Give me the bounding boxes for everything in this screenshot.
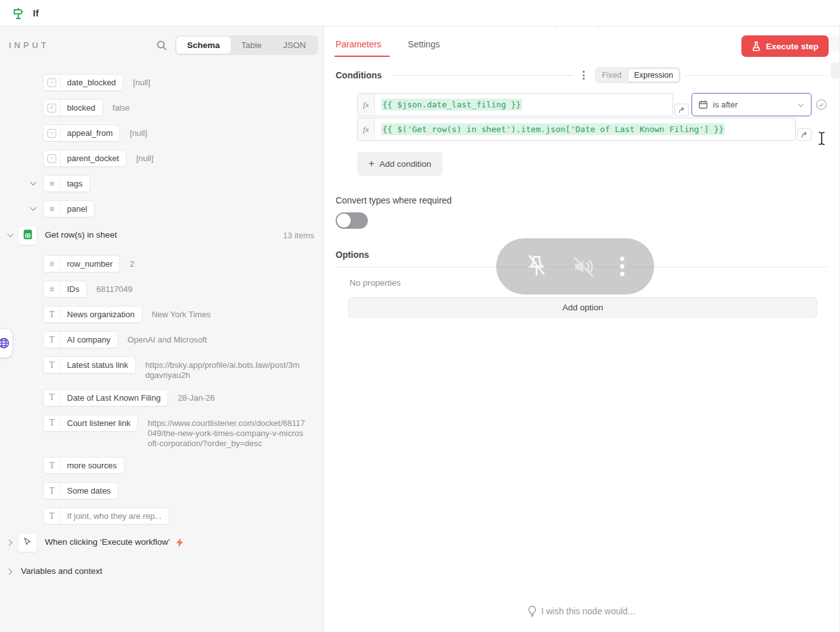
edge-collapsed-button[interactable] [831,62,840,78]
open-expression-editor-icon[interactable] [797,128,812,141]
schema-field-row: TLatest status linkhttps://bsky.app/prof… [43,356,317,381]
field-value: [null] [136,150,153,164]
node-name[interactable]: Get row(s) in sheet [45,226,117,240]
field-pill[interactable]: ✓blocked [43,99,103,116]
field-pill[interactable]: Tmore sources [43,457,125,474]
field-pill[interactable]: #row_number [43,255,120,272]
expression-value2[interactable]: {{ $('Get row(s) in sheet').item.json['D… [381,123,725,135]
tab-settings[interactable]: Settings [408,35,440,57]
field-name: Date of Last Known Filing [61,390,167,406]
parameters-panel: Parameters Settings Execute step Conditi… [324,27,840,632]
null-field-icon: − [47,154,56,163]
chevron-right-icon[interactable] [6,568,15,576]
condition-value1-input[interactable]: fx {{ $json.date_last_filing }} [357,93,673,116]
schema-field-row: TAI companyOpenAI and Microsoft [43,331,317,348]
chevron-down-icon[interactable] [29,205,38,214]
field-name: parent_docket [61,150,126,166]
schema-field-row: ✓blockedfalse [43,99,317,116]
chevron-right-icon[interactable] [6,538,15,547]
node-name[interactable]: When clicking ‘Execute workflow’ [45,533,170,547]
lightning-bolt-icon [176,538,184,547]
field-pill[interactable]: TSome dates [43,482,118,499]
convert-types-toggle[interactable] [336,212,368,229]
schema-group-row: ≡tags [29,175,317,192]
field-name: Latest status link [61,357,135,373]
expression-value1[interactable]: {{ $json.date_last_filing }} [381,99,522,111]
execute-step-button[interactable]: Execute step [741,35,829,57]
pin-off-icon[interactable] [526,254,547,279]
convert-types-label: Convert types where required [336,195,827,205]
input-tab-schema[interactable]: Schema [176,37,231,54]
field-pill[interactable]: TCourt listener link [43,415,138,432]
google-sheets-icon [22,229,33,243]
field-pill[interactable]: −appeal_from [43,125,120,142]
list-icon: ≡ [49,204,54,214]
text-field-icon: T [49,392,55,403]
more-options-icon[interactable] [620,257,624,276]
input-panel: INPUT SchemaTableJSON −date_blocked[null… [0,27,324,632]
n8n-node-detail-view: If INPUT SchemaTableJSON −date_blocked[n… [0,0,840,632]
field-value: 28-Jan-26 [178,389,215,403]
field-value: https://www.courtlistener.com/docket/681… [147,415,305,449]
field-pill[interactable]: TAI company [43,331,118,348]
node-feedback-link[interactable]: I wish this node would... [324,605,839,617]
add-option-button[interactable]: Add option [348,297,817,318]
input-panel-title: INPUT [9,40,49,50]
field-name: AI company [61,332,118,348]
schema-field-row: TSome dates [43,482,317,499]
condition-left-value-row: fx {{ $json.date_last_filing }} is after [357,93,827,116]
group-pill[interactable]: ≡panel [43,200,95,217]
node-title: If [33,8,39,18]
field-pill[interactable]: #IDs [43,281,87,298]
field-name: News organization [61,307,142,322]
field-value: https://bsky.app/profile/ai.bots.law/pos… [145,356,303,381]
text-field-icon: T [49,418,55,428]
text-field-icon: T [49,310,55,320]
mouse-ibeam-cursor [818,131,825,145]
chevron-down-icon [798,102,805,108]
node-icon-pill[interactable] [18,533,37,552]
search-icon[interactable] [151,36,173,55]
schema-field-row: TCourt listener linkhttps://www.courtlis… [43,415,317,449]
mode-expression[interactable]: Expression [628,68,679,82]
source-node-row: Get row(s) in sheet13 items [0,226,317,245]
condition-value2-input[interactable]: fx {{ $('Get row(s) in sheet').item.json… [357,118,796,141]
field-name: IDs [61,281,87,297]
open-expression-editor-icon[interactable] [674,104,689,116]
field-pill[interactable]: TIf joint, who they are rep... [43,507,169,525]
fx-badge: fx [358,94,375,116]
group-pill[interactable]: ≡tags [43,175,90,192]
section-name[interactable]: Variables and context [21,566,102,576]
mute-icon[interactable] [571,254,596,279]
chevron-down-icon[interactable] [29,179,38,188]
input-tab-table[interactable]: Table [231,37,272,54]
operator-dropdown[interactable]: is after [691,93,812,116]
node-icon-pill[interactable] [18,226,37,245]
add-condition-button[interactable]: + Add condition [357,152,442,176]
field-pill[interactable]: TNews organization [43,306,142,323]
node-item-count: 13 items [283,226,314,240]
chevron-down-icon[interactable] [6,231,15,240]
field-pill[interactable]: TDate of Last Known Filing [43,389,168,406]
calendar-icon [698,100,708,109]
field-pill[interactable]: −parent_docket [43,150,126,167]
recording-overlay-pill [496,238,654,295]
input-tab-json[interactable]: JSON [272,37,317,54]
globe-floating-button[interactable] [0,329,13,358]
field-value: [null] [130,125,147,138]
field-pill[interactable]: −date_blocked [43,74,123,91]
field-value: 68117049 [97,281,133,295]
group-name: tags [61,176,90,191]
field-name: row_number [61,256,119,272]
schema-field-row: −date_blocked[null] [43,74,317,91]
text-field-icon: T [49,486,55,496]
schema-field-row: TNews organizationNew York Times [43,306,317,323]
tab-parameters[interactable]: Parameters [336,35,381,57]
list-icon: ≡ [49,179,54,188]
field-pill[interactable]: TLatest status link [43,356,136,374]
conditions-menu-icon[interactable] [578,71,590,80]
null-field-icon: − [47,78,56,87]
if-node-signpost-icon [11,6,25,20]
number-field-icon: # [49,284,54,294]
mode-fixed[interactable]: Fixed [596,68,628,82]
